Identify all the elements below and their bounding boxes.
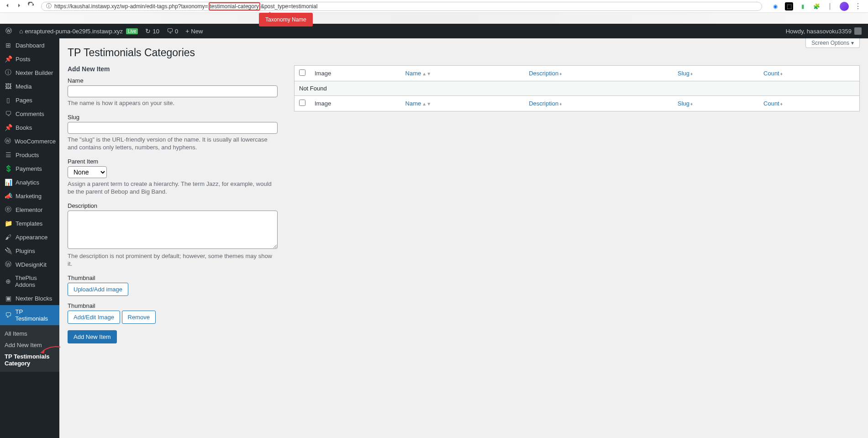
woo-icon: ⓦ	[5, 137, 11, 145]
sidebar-item-plugins[interactable]: 🔌Plugins	[0, 244, 59, 258]
col-name[interactable]: Name▲▼	[401, 66, 525, 81]
slug-input[interactable]	[68, 122, 278, 134]
sort-icon: ♦	[690, 71, 693, 76]
col-image-foot: Image	[310, 96, 401, 111]
parent-select[interactable]: None	[68, 166, 107, 178]
dashboard-icon: ⊞	[5, 42, 12, 49]
col-description[interactable]: Description♦	[524, 66, 673, 81]
submenu-add-new[interactable]: Add New Item	[0, 339, 59, 351]
url-highlighted-taxonomy: testimonial-category	[209, 2, 260, 11]
back-icon[interactable]	[4, 2, 11, 11]
submenu-category[interactable]: TP Testimonials Category	[0, 351, 59, 369]
sidebar-item-media[interactable]: 🖼Media	[0, 79, 59, 93]
sidebar-item-templates[interactable]: 📁Templates	[0, 216, 59, 230]
col-slug-foot[interactable]: Slug♦	[673, 96, 759, 111]
globe-icon: ⓘ	[46, 2, 52, 10]
sidebar-item-appearance[interactable]: 🖌Appearance	[0, 230, 59, 244]
sidebar-item-marketing[interactable]: 📣Marketing	[0, 189, 59, 203]
select-all-checkbox[interactable]	[299, 69, 305, 76]
sidebar-item-woocommerce[interactable]: ⓦWooCommerce	[0, 134, 59, 148]
form-heading: Add New Item	[68, 65, 278, 73]
upload-image-button[interactable]: Upload/Add image	[68, 283, 128, 296]
sidebar-item-analytics[interactable]: 📊Analytics	[0, 175, 59, 189]
brush-icon: 🖌	[5, 233, 12, 241]
comments-link[interactable]: 🗨0	[163, 27, 182, 35]
sidebar-item-products[interactable]: ☰Products	[0, 148, 59, 162]
sidebar-item-comments[interactable]: 🗨Comments	[0, 107, 59, 121]
payments-icon: 💲	[5, 165, 12, 172]
home-icon: ⌂	[19, 27, 23, 35]
sidebar-item-payments[interactable]: 💲Payments	[0, 162, 59, 175]
sidebar-item-theplus[interactable]: ⊕ThePlus Addons	[0, 271, 59, 291]
submenu-all-items[interactable]: All Items	[0, 328, 59, 339]
address-bar[interactable]: ⓘ https://kaushal.instawp.xyz/wp-admin/e…	[41, 2, 762, 11]
forward-icon[interactable]	[16, 2, 23, 11]
sidebar-item-dashboard[interactable]: ⊞Dashboard	[0, 38, 59, 52]
url-post: &post_type=testimonial	[261, 3, 317, 10]
sidebar-item-books[interactable]: 📌Books	[0, 121, 59, 134]
extension-icon[interactable]: ◉	[771, 2, 779, 11]
description-help: The description is not prominent by defa…	[68, 252, 278, 268]
w-icon: Ⓦ	[5, 261, 12, 268]
add-edit-image-button[interactable]: Add/Edit Image	[68, 311, 120, 324]
updates-link[interactable]: ↻10	[142, 27, 163, 35]
col-slug[interactable]: Slug♦	[673, 66, 759, 81]
select-all-checkbox-foot[interactable]	[299, 100, 305, 106]
description-textarea[interactable]	[68, 211, 278, 249]
sidebar-item-nexter-builder[interactable]: ⓘNexter Builder	[0, 66, 59, 79]
col-name-foot[interactable]: Name▲▼	[401, 96, 525, 111]
live-badge: Live	[126, 28, 138, 34]
profile-avatar[interactable]	[840, 2, 849, 11]
pin-icon: 📌	[5, 124, 12, 131]
more-icon[interactable]: ⋮	[854, 2, 862, 11]
tab-strip	[0, 13, 868, 24]
remove-image-button[interactable]: Remove	[122, 311, 156, 324]
sort-icon: ▲▼	[422, 71, 431, 76]
submit-button[interactable]: Add New Item	[68, 330, 117, 343]
sidebar-item-nexter-blocks[interactable]: ▣Nexter Blocks	[0, 291, 59, 305]
sort-icon: ♦	[780, 71, 783, 76]
sidebar-item-posts[interactable]: 📌Posts	[0, 52, 59, 66]
elementor-icon: ⓔ	[5, 206, 12, 213]
divider-icon: │	[826, 2, 834, 11]
folder-icon: 📁	[5, 220, 12, 227]
admin-sidebar: ⊞Dashboard 📌Posts ⓘNexter Builder 🖼Media…	[0, 38, 59, 438]
sort-icon: ♦	[559, 71, 562, 76]
howdy-account[interactable]: Howdy, hasasovoku3359	[782, 27, 868, 35]
sidebar-item-wdesignkit[interactable]: ⓌWDesignKit	[0, 258, 59, 271]
page-icon: ▯	[5, 96, 12, 104]
browser-toolbar: ⓘ https://kaushal.instawp.xyz/wp-admin/e…	[0, 0, 868, 13]
extension-icon[interactable]: ⬚	[785, 2, 793, 11]
puzzle-icon[interactable]: 🧩	[812, 2, 821, 11]
sidebar-item-tp-testimonials[interactable]: 🗩TP Testimonials	[0, 305, 59, 325]
site-link[interactable]: ⌂enraptured-puma-0e29f5.instawp.xyzLive	[16, 27, 142, 35]
pin-icon: 📌	[5, 55, 12, 63]
col-description-foot[interactable]: Description♦	[524, 96, 673, 111]
comment-icon: 🗨	[167, 27, 173, 35]
sidebar-item-pages[interactable]: ▯Pages	[0, 93, 59, 107]
chat-icon: 🗩	[5, 311, 12, 319]
col-count[interactable]: Count♦	[759, 66, 859, 81]
sidebar-submenu: All Items Add New Item TP Testimonials C…	[0, 325, 59, 372]
extension-icon[interactable]: ▮	[799, 2, 807, 11]
sidebar-item-elementor[interactable]: ⓔElementor	[0, 203, 59, 216]
media-icon: 🖼	[5, 83, 12, 90]
col-image: Image	[310, 66, 401, 81]
chart-icon: 📊	[5, 179, 12, 186]
warning-icon: ▣	[5, 295, 12, 302]
update-icon: ↻	[145, 27, 151, 35]
sort-icon: ♦	[690, 101, 693, 106]
avatar-icon	[854, 27, 862, 35]
name-input[interactable]	[68, 85, 278, 97]
comment-icon: 🗨	[5, 110, 12, 117]
chevron-down-icon: ▾	[851, 40, 854, 46]
col-count-foot[interactable]: Count♦	[759, 96, 859, 111]
reload-icon[interactable]	[27, 2, 35, 11]
wp-logo[interactable]: ⓦ	[2, 27, 16, 35]
thumbnail-label: Thumbnail	[68, 274, 278, 281]
screen-options-tab[interactable]: Screen Options▾	[805, 38, 860, 48]
new-link[interactable]: +New	[182, 27, 206, 35]
main-content: Screen Options▾ TP Testimonials Categori…	[59, 38, 868, 438]
slug-label: Slug	[68, 114, 278, 121]
description-label: Description	[68, 202, 278, 209]
